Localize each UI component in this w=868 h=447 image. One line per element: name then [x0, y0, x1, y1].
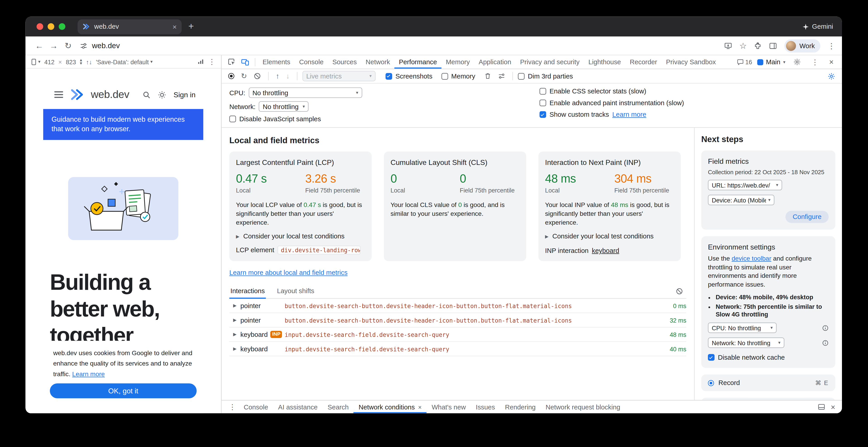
row-expand-icon[interactable]: ▶ — [229, 346, 241, 351]
close-tab-icon[interactable]: × — [418, 404, 422, 410]
promo-banner[interactable]: Guidance to build modern web experiences… — [43, 109, 203, 140]
cpu-info-icon[interactable] — [822, 324, 829, 331]
theme-toggle-sun-icon[interactable] — [158, 91, 166, 99]
drawer-tab-issues[interactable]: Issues — [471, 401, 500, 413]
tab-lighthouse[interactable]: Lighthouse — [584, 56, 625, 69]
interactions-tab[interactable]: Interactions — [229, 284, 266, 299]
env-network-select[interactable]: Network: No throttling ▾ — [708, 338, 784, 348]
cpu-throttling-select[interactable]: No throttling ▾ — [249, 87, 362, 98]
gemini-button[interactable]: Gemini — [803, 23, 833, 30]
interaction-node-link[interactable]: input.devsite-search-field.devsite-searc… — [285, 345, 658, 352]
tab-privacy-and-security[interactable]: Privacy and security — [516, 56, 584, 69]
css-selector-stats-checkbox[interactable]: Enable CSS selector stats (slow) — [539, 87, 834, 95]
field-metrics-learn-more-link[interactable]: Learn more about local and field metrics — [229, 269, 347, 277]
minimize-window-button[interactable] — [48, 23, 54, 30]
webdev-logo-icon[interactable] — [70, 89, 84, 101]
device-toolbar-link[interactable]: device toolbar — [732, 255, 771, 262]
row-expand-icon[interactable]: ▶ — [229, 318, 241, 322]
interaction-row[interactable]: ▶ keyboardINP input.devsite-search-field… — [229, 328, 686, 342]
cookie-learn-more-link[interactable]: Learn more — [72, 371, 105, 377]
new-tab-button[interactable]: + — [188, 21, 194, 32]
drawer-tab-network-request-blocking[interactable]: Network request blocking — [540, 401, 625, 413]
back-button[interactable]: ← — [32, 41, 46, 50]
field-device-select[interactable]: Device: Auto (Mobile) ▾ — [708, 195, 775, 205]
collect-garbage-icon[interactable] — [482, 72, 494, 80]
paint-instrumentation-checkbox[interactable]: Enable advanced paint instrumentation (s… — [539, 99, 834, 107]
sign-in-link[interactable]: Sign in — [174, 91, 195, 99]
interaction-row[interactable]: ▶ keyboard input.devsite-search-field.de… — [229, 342, 686, 356]
row-expand-icon[interactable]: ▶ — [229, 303, 241, 308]
omnibox[interactable]: web.dev — [80, 41, 120, 50]
cookie-ok-button[interactable]: OK, got it — [50, 383, 196, 399]
forward-button[interactable]: → — [46, 41, 61, 50]
tab-console[interactable]: Console — [295, 56, 328, 69]
inspect-element-icon[interactable] — [225, 58, 238, 66]
live-metrics-select[interactable]: Live metrics ▾ — [303, 71, 376, 81]
browser-menu-kebab-icon[interactable]: ⋮ — [828, 41, 835, 50]
device-toolbar-kebab-icon[interactable]: ⋮ — [208, 58, 216, 66]
save-profile-icon[interactable]: ↓ — [284, 72, 292, 80]
disable-network-cache-checkbox[interactable]: Disable network cache — [708, 353, 829, 361]
bookmark-star-icon[interactable]: ☆ — [739, 41, 747, 51]
tab-memory[interactable]: Memory — [441, 56, 474, 69]
side-panel-icon[interactable] — [769, 42, 777, 49]
context-selector[interactable]: Main ▾ — [757, 58, 785, 66]
throttle-gauge-icon[interactable] — [496, 72, 507, 80]
drawer-tab-rendering[interactable]: Rendering — [500, 401, 540, 413]
console-messages-badge[interactable]: 16 — [737, 59, 752, 65]
save-data-select[interactable]: 'Save-Data': default ▾ — [96, 58, 153, 65]
custom-tracks-learn-more-link[interactable]: Learn more — [612, 111, 646, 118]
close-devtools-icon[interactable]: × — [826, 58, 836, 66]
close-window-button[interactable] — [36, 23, 43, 30]
network-throttling-select[interactable]: No throttling ▾ — [259, 101, 309, 112]
search-icon[interactable] — [143, 91, 151, 99]
record-card[interactable]: Record ⌘ E — [701, 375, 835, 391]
profile-chip[interactable]: Work — [784, 39, 820, 52]
drawer-tab-search[interactable]: Search — [322, 401, 353, 413]
tab-recorder[interactable]: Recorder — [625, 56, 661, 69]
drawer-tab-console[interactable]: Console — [239, 401, 273, 413]
rotate-icon[interactable]: ↑↓ — [86, 58, 92, 65]
interaction-node-link[interactable]: button.devsite-search-button.devsite-hea… — [285, 302, 658, 309]
configure-button[interactable]: Configure — [785, 211, 829, 223]
layout-shifts-tab[interactable]: Layout shifts — [276, 284, 316, 299]
device-type-select[interactable]: ▾ — [31, 58, 40, 65]
zoom-select[interactable]: ▴ ▾ — [80, 58, 82, 65]
disable-js-samples-checkbox[interactable]: Disable JavaScript samples — [229, 115, 539, 123]
extensions-puzzle-icon[interactable] — [754, 42, 762, 49]
drawer-tab-network-conditions[interactable]: Network conditions × — [353, 401, 427, 413]
drawer-kebab-icon[interactable]: ⋮ — [226, 403, 239, 411]
dock-panel-icon[interactable] — [817, 403, 825, 411]
record-and-reload-icon[interactable]: ↻ — [239, 72, 249, 80]
memory-checkbox[interactable]: Memory — [441, 72, 475, 80]
tab-performance[interactable]: Performance — [394, 56, 441, 69]
fullscreen-window-button[interactable] — [59, 23, 65, 30]
site-brand[interactable]: web.dev — [91, 89, 129, 101]
field-url-select[interactable]: URL: https://web.dev/ ▾ — [708, 180, 782, 190]
site-info-tune-icon[interactable] — [80, 42, 87, 49]
record-and-reload-card[interactable]: ↻ Record and reload ⌘ ⇧ E — [701, 398, 835, 400]
interaction-node-link[interactable]: input.devsite-search-field.devsite-searc… — [285, 331, 658, 338]
load-profile-icon[interactable]: ↑ — [274, 72, 281, 80]
dim-3rd-parties-checkbox[interactable]: Dim 3rd parties — [518, 72, 573, 80]
clear-icon[interactable] — [251, 72, 263, 80]
viewport-width-input[interactable]: 412 — [44, 58, 55, 65]
tab-sources[interactable]: Sources — [328, 56, 361, 69]
screenshots-checkbox[interactable]: Screenshots — [385, 72, 432, 80]
network-throttle-icon[interactable] — [197, 59, 205, 65]
viewport-height-input[interactable]: 823 — [66, 58, 76, 65]
settings-gear-icon[interactable] — [790, 58, 804, 66]
network-info-icon[interactable] — [822, 339, 829, 346]
menu-hamburger-icon[interactable] — [54, 92, 63, 98]
interaction-row[interactable]: ▶ pointer button.devsite-search-button.d… — [229, 313, 686, 328]
install-app-icon[interactable] — [724, 42, 732, 49]
tab-network[interactable]: Network — [361, 56, 394, 69]
tab-application[interactable]: Application — [474, 56, 516, 69]
show-custom-tracks-checkbox[interactable]: Show custom tracks Learn more — [539, 111, 834, 118]
record-icon[interactable] — [226, 73, 236, 79]
interaction-row[interactable]: ▶ pointer button.devsite-search-button.d… — [229, 299, 686, 313]
interaction-node-link[interactable]: button.devsite-search-button.devsite-hea… — [285, 317, 658, 323]
tab-close-icon[interactable]: × — [173, 23, 177, 31]
inp-interaction-link[interactable]: keyboard — [592, 247, 619, 254]
browser-tab[interactable]: web.dev × — [78, 19, 182, 34]
